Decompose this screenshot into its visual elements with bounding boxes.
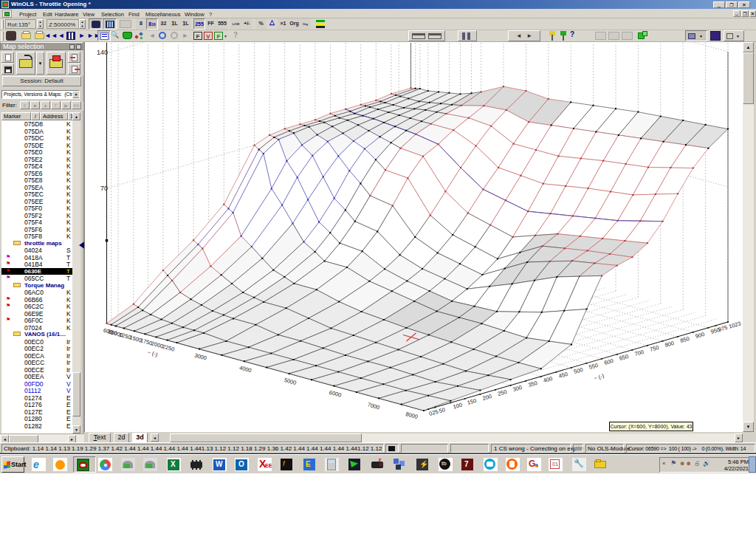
svg-text:3000: 3000: [193, 352, 207, 362]
svg-text:800: 800: [664, 340, 676, 349]
svg-text:850: 850: [679, 335, 690, 344]
svg-text:5000: 5000: [284, 377, 297, 386]
svg-text:550: 550: [588, 362, 599, 371]
svg-text:900: 900: [695, 331, 706, 340]
svg-text:750: 750: [649, 344, 660, 353]
svg-text:4000: 4000: [238, 364, 252, 374]
svg-text:300: 300: [512, 384, 523, 393]
svg-text:8000: 8000: [405, 411, 418, 420]
svg-text:~ (-): ~ (-): [593, 372, 605, 382]
svg-text:450: 450: [557, 371, 568, 380]
svg-text:200: 200: [481, 393, 492, 402]
svg-text:1023: 1023: [728, 320, 742, 329]
svg-text:500: 500: [573, 366, 584, 375]
svg-text:650: 650: [619, 353, 630, 362]
svg-text:600: 600: [603, 357, 614, 366]
svg-text:350: 350: [527, 380, 538, 388]
svg-text:150: 150: [467, 397, 478, 406]
svg-text:250: 250: [497, 388, 508, 397]
svg-text:400: 400: [543, 375, 554, 384]
svg-text:7000: 7000: [367, 401, 380, 411]
svg-text:140: 140: [97, 49, 108, 56]
svg-text:2250: 2250: [162, 343, 175, 353]
svg-text:6000: 6000: [329, 389, 342, 399]
svg-text:~ (-): ~ (-): [147, 349, 159, 358]
svg-text:100: 100: [452, 401, 463, 410]
svg-text:700: 700: [633, 349, 645, 357]
svg-text:70: 70: [100, 185, 108, 192]
svg-text:975: 975: [718, 324, 729, 333]
svg-text:50: 50: [439, 406, 447, 414]
